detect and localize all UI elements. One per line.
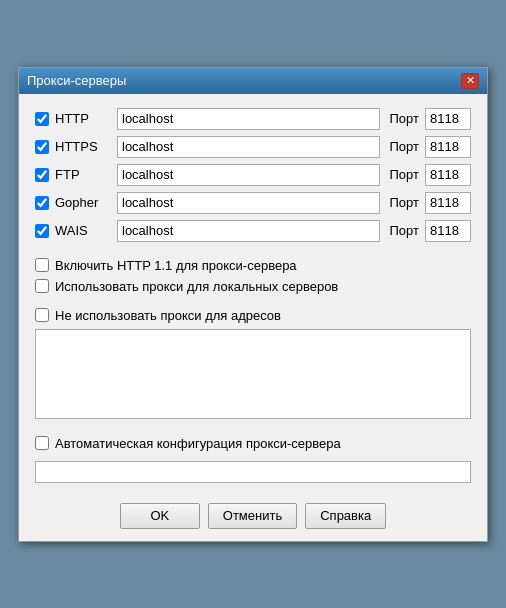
port-label-http: Порт bbox=[390, 111, 419, 126]
auto-config-checkbox[interactable] bbox=[35, 436, 49, 450]
no-proxy-label: Не использовать прокси для адресов bbox=[55, 308, 281, 323]
proxy-row-gopher: GopherПорт bbox=[35, 192, 471, 214]
option-label-local: Использовать прокси для локальных сервер… bbox=[55, 279, 338, 294]
proxy-row-ftp: FTPПорт bbox=[35, 164, 471, 186]
close-button[interactable]: ✕ bbox=[461, 73, 479, 89]
port-label-gopher: Порт bbox=[390, 195, 419, 210]
dialog-title: Прокси-серверы bbox=[27, 73, 126, 88]
port-label-https: Порт bbox=[390, 139, 419, 154]
proxy-checkbox-ftp[interactable] bbox=[35, 168, 49, 182]
proxy-checkbox-gopher[interactable] bbox=[35, 196, 49, 210]
auto-config-label: Автоматическая конфигурация прокси-серве… bbox=[55, 436, 341, 451]
auto-config-section: Автоматическая конфигурация прокси-серве… bbox=[35, 436, 471, 483]
proxy-dialog: Прокси-серверы ✕ HTTPПортHTTPSПортFTPПор… bbox=[18, 67, 488, 542]
proxy-label-https: HTTPS bbox=[55, 139, 111, 154]
no-proxy-row: Не использовать прокси для адресов bbox=[35, 308, 471, 323]
proxy-port-input-http[interactable] bbox=[425, 108, 471, 130]
proxy-label-http: HTTP bbox=[55, 111, 111, 126]
no-proxy-textarea-container bbox=[35, 329, 471, 422]
proxy-label-gopher: Gopher bbox=[55, 195, 111, 210]
proxy-host-input-ftp[interactable] bbox=[117, 164, 380, 186]
auto-config-input[interactable] bbox=[35, 461, 471, 483]
proxy-host-input-http[interactable] bbox=[117, 108, 380, 130]
option-row-local: Использовать прокси для локальных сервер… bbox=[35, 279, 471, 294]
help-button[interactable]: Справка bbox=[305, 503, 386, 529]
auto-config-row: Автоматическая конфигурация прокси-серве… bbox=[35, 436, 471, 451]
option-row-http11: Включить HTTP 1.1 для прокси-сервера bbox=[35, 258, 471, 273]
option-checkbox-local[interactable] bbox=[35, 279, 49, 293]
proxy-host-input-gopher[interactable] bbox=[117, 192, 380, 214]
proxy-host-input-wais[interactable] bbox=[117, 220, 380, 242]
port-label-ftp: Порт bbox=[390, 167, 419, 182]
title-bar: Прокси-серверы ✕ bbox=[19, 68, 487, 94]
no-proxy-checkbox[interactable] bbox=[35, 308, 49, 322]
no-proxy-section: Не использовать прокси для адресов bbox=[35, 308, 471, 422]
no-proxy-textarea[interactable] bbox=[35, 329, 471, 419]
option-label-http11: Включить HTTP 1.1 для прокси-сервера bbox=[55, 258, 297, 273]
proxy-port-input-wais[interactable] bbox=[425, 220, 471, 242]
proxy-label-ftp: FTP bbox=[55, 167, 111, 182]
proxy-row-http: HTTPПорт bbox=[35, 108, 471, 130]
ok-button[interactable]: OK bbox=[120, 503, 200, 529]
proxy-label-wais: WAIS bbox=[55, 223, 111, 238]
proxy-checkbox-http[interactable] bbox=[35, 112, 49, 126]
proxy-host-input-https[interactable] bbox=[117, 136, 380, 158]
proxy-checkbox-wais[interactable] bbox=[35, 224, 49, 238]
proxy-port-input-gopher[interactable] bbox=[425, 192, 471, 214]
options-container: Включить HTTP 1.1 для прокси-сервераИспо… bbox=[35, 258, 471, 300]
proxy-row-https: HTTPSПорт bbox=[35, 136, 471, 158]
proxy-rows: HTTPПортHTTPSПортFTPПортGopherПортWAISПо… bbox=[35, 108, 471, 248]
proxy-checkbox-https[interactable] bbox=[35, 140, 49, 154]
proxy-row-wais: WAISПорт bbox=[35, 220, 471, 242]
button-row: OK Отменить Справка bbox=[19, 493, 487, 541]
port-label-wais: Порт bbox=[390, 223, 419, 238]
proxy-port-input-ftp[interactable] bbox=[425, 164, 471, 186]
dialog-body: HTTPПортHTTPSПортFTPПортGopherПортWAISПо… bbox=[19, 94, 487, 493]
cancel-button[interactable]: Отменить bbox=[208, 503, 297, 529]
option-checkbox-http11[interactable] bbox=[35, 258, 49, 272]
proxy-port-input-https[interactable] bbox=[425, 136, 471, 158]
